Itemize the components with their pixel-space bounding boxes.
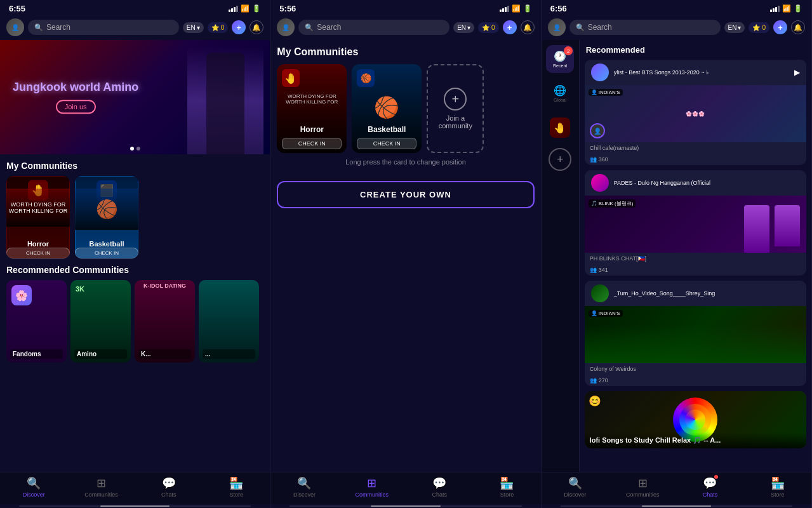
ph-community-name: BLINK (블링크) [599, 200, 634, 207]
ph-avatar [591, 174, 609, 192]
store-icon-1: 🏪 [229, 476, 243, 490]
bts-controls[interactable]: ▶ [794, 68, 800, 77]
community-card-basketball-2[interactable]: 🏀 🏀 Basketball CHECK IN [352, 64, 422, 153]
coin-badge-2[interactable]: ⭐ 0 [478, 22, 499, 33]
time-1: 6:55 [9, 4, 25, 13]
discover-icon-3: 🔍 [568, 476, 582, 490]
plus-button-1[interactable]: + [232, 20, 246, 34]
feed-card-ph[interactable]: PADES - Dulo Ng Hangganan (Official 🎵 BL… [585, 170, 806, 276]
search-text-2: Search [317, 23, 341, 32]
user-avatar-2[interactable]: 👤 [277, 18, 295, 36]
signal-icon-1 [229, 6, 238, 12]
bts-members-count: 👥 360 [585, 154, 806, 165]
bottom-nav-2: 🔍 Discover ⊞ Communities 💬 Chats 🏪 Store [270, 472, 540, 504]
lang-badge-1[interactable]: EN ▾ [183, 22, 204, 33]
basketball-checkin-1[interactable]: CHECK IN [75, 248, 138, 258]
community-card-horror-1[interactable]: 🤚 WORTH DYING FORWORTH KILLING FOR Horro… [6, 176, 70, 258]
feed-card-colony[interactable]: _Tum_Ho_Video_Song____Shrey_Sing 👤 INDIA… [585, 281, 806, 386]
time-2: 5:56 [279, 4, 296, 13]
notification-button-2[interactable]: 🔔 [521, 20, 535, 34]
sidebar-add-button[interactable]: + [549, 148, 571, 171]
search-box-1[interactable]: 🔍 Search [28, 20, 179, 35]
notification-button-1[interactable]: 🔔 [250, 20, 263, 34]
nav-store-3[interactable]: 🏪 Store [744, 476, 811, 498]
top-bar-3: 👤 🔍 Search EN ▾ ⭐ 0 + 🔔 [542, 16, 811, 40]
store-label-2: Store [500, 491, 514, 498]
search-box-2[interactable]: 🔍 Search [298, 20, 449, 35]
lang-badge-2[interactable]: EN ▾ [453, 22, 474, 33]
colony-song-title: _Tum_Ho_Video_Song____Shrey_Sing [614, 290, 800, 297]
lang-badge-3[interactable]: EN ▾ [724, 22, 745, 33]
sidebar-item-horror-3[interactable]: 🤚 [546, 114, 574, 142]
search-text-1: Search [46, 23, 70, 32]
hero-image-1: Jungkook world Amino Join us [0, 40, 270, 154]
notification-button-3[interactable]: 🔔 [791, 20, 805, 34]
nav-store-2[interactable]: 🏪 Store [473, 476, 540, 498]
global-icon: 🌐 [554, 84, 566, 97]
nav-communities-2[interactable]: ⊞ Communities [338, 476, 406, 498]
basketball-name-2: Basketball [352, 125, 422, 134]
basketball-checkin-2[interactable]: CHECK IN [357, 138, 416, 149]
panel-1-content: My Communities 🤚 WORTH DYING FORWORTH KI… [0, 154, 270, 472]
user-avatar-1[interactable]: 👤 [6, 18, 24, 36]
communities-icon-2: ⊞ [367, 476, 376, 490]
nav-chats-3[interactable]: 💬 Chats [676, 476, 743, 498]
rec-card-extra[interactable]: ... [199, 280, 259, 363]
battery-icon-3: 🔋 [794, 4, 802, 13]
hero-join-1[interactable]: Join us [56, 100, 96, 114]
lang-text-3: EN [728, 24, 737, 31]
wifi-icon-1: 📶 [241, 4, 250, 13]
communities-icon-1: ⊞ [97, 476, 106, 490]
bottom-nav-1: 🔍 Discover ⊞ Communities 💬 Chats 🏪 Store [0, 472, 270, 504]
plus-button-2[interactable]: + [503, 20, 517, 34]
nav-chats-1[interactable]: 💬 Chats [135, 476, 203, 498]
nav-communities-3[interactable]: ⊞ Communities [609, 476, 676, 498]
ph-community-badge: 🎵 BLINK (블링크) [589, 199, 636, 208]
battery-icon-2: 🔋 [523, 4, 532, 13]
rec-card-fandoms[interactable]: 🌸 Fandoms [6, 280, 67, 363]
rec-extra-label: ... [203, 349, 255, 359]
basketball-logo-2: 🏀 [357, 69, 375, 87]
nav-discover-3[interactable]: 🔍 Discover [542, 476, 609, 498]
nav-store-1[interactable]: 🏪 Store [203, 476, 270, 498]
horror-name-1: Horror [6, 240, 70, 248]
nav-discover-1[interactable]: 🔍 Discover [0, 476, 67, 498]
plus-button-3[interactable]: + [773, 20, 787, 34]
status-bar-3: 6:56 📶 🔋 [542, 0, 811, 16]
user-avatar-3[interactable]: 👤 [548, 18, 566, 36]
lang-text-2: EN [457, 24, 466, 31]
bts-card-footer: Chill cafe(namaste) [585, 142, 806, 154]
rec-card-kpop[interactable]: K-IDOL DATING K... [135, 280, 195, 363]
store-label-3: Store [771, 491, 785, 498]
study-card-title: lofi Songs to Study Chill Relax 🎵 -- A..… [590, 436, 801, 444]
ph-members-count: 👥 341 [585, 264, 806, 276]
nav-discover-2[interactable]: 🔍 Discover [270, 476, 338, 498]
sidebar-item-global[interactable]: 🌐 Global [546, 79, 574, 107]
feed-card-bts[interactable]: ylist - Best BTS Songs 2013-2020 ~ ♭ ▶ 🌸… [585, 60, 806, 165]
horror-checkin-2[interactable]: CHECK IN [282, 138, 342, 149]
basketball-name-1: Basketball [75, 240, 138, 248]
search-box-3[interactable]: 🔍 Search [569, 20, 721, 35]
horror-checkin-1[interactable]: CHECK IN [6, 248, 70, 258]
bts-count: 360 [599, 156, 608, 163]
hero-banner-1[interactable]: Jungkook world Amino Join us [0, 40, 270, 154]
rec-card-amino[interactable]: 3K Amino [70, 280, 131, 363]
feed-card-study[interactable]: 😊 lofi Songs to Study Chill Relax 🎵 -- A… [585, 391, 806, 448]
chats-label-1: Chats [161, 491, 176, 498]
communities-icon-3: ⊞ [638, 476, 648, 490]
join-community-card[interactable]: + Join a community [427, 64, 484, 153]
coin-count-2: 0 [491, 24, 495, 31]
sidebar-item-recent[interactable]: 2 🕐 Recent [546, 45, 574, 73]
nav-chats-2[interactable]: 💬 Chats [406, 476, 473, 498]
colony-community-badge: 👤 INDIAN'S [589, 310, 623, 317]
coin-badge-1[interactable]: ⭐ 0 [208, 22, 229, 33]
coin-badge-3[interactable]: ⭐ 0 [749, 22, 769, 33]
create-own-button[interactable]: CREATE YOUR OWN [277, 181, 534, 208]
community-card-horror-2[interactable]: 🤚 WORTH DYING FORWORTH KILLING FOR Horro… [277, 64, 347, 153]
horror-name-2: Horror [277, 125, 347, 134]
community-card-basketball-1[interactable]: ⬛ 🏀 Basketball CHECK IN [75, 176, 138, 258]
nav-communities-1[interactable]: ⊞ Communities [67, 476, 135, 498]
top-bar-1: 👤 🔍 Search EN ▾ ⭐ 0 + 🔔 [0, 16, 270, 40]
rec-amino-label: Amino [74, 349, 127, 359]
study-card-image: 😊 lofi Songs to Study Chill Relax 🎵 -- A… [585, 391, 806, 448]
